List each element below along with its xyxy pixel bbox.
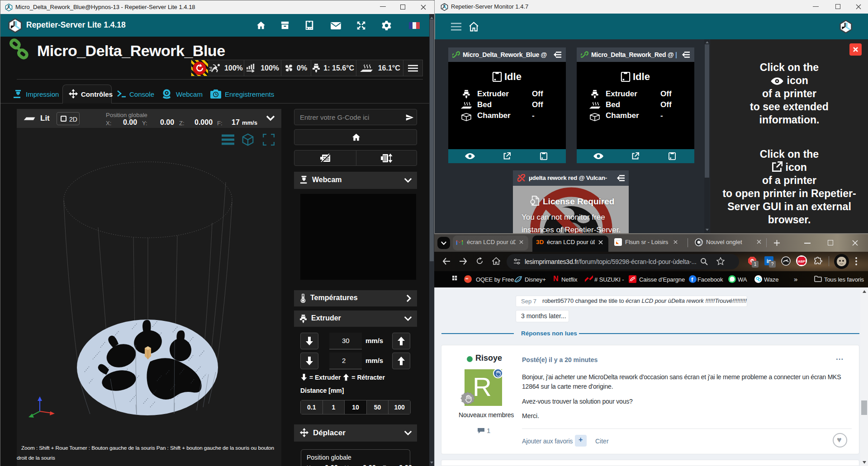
svg-text:ABP: ABP: [798, 259, 805, 264]
